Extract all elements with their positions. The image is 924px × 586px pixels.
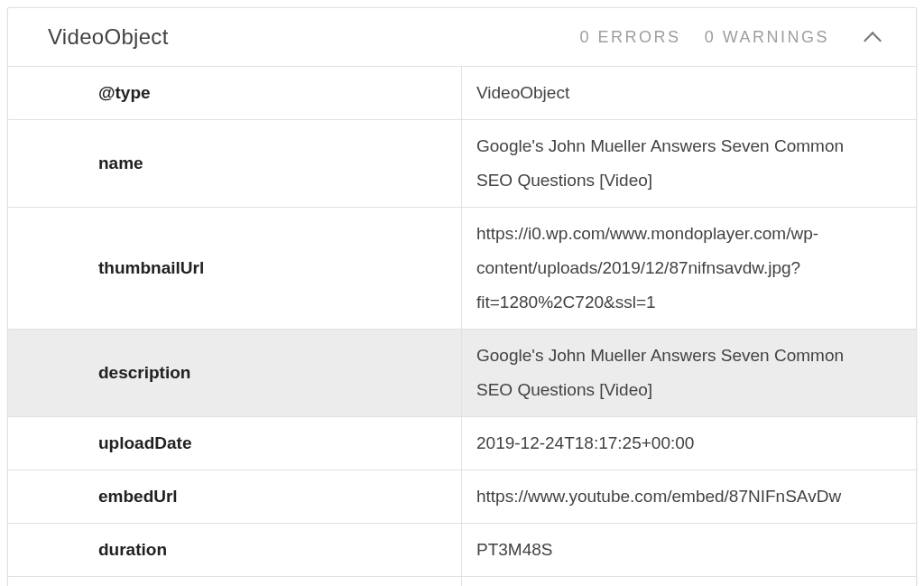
warnings-count: 0 <box>705 28 716 46</box>
table-row[interactable]: isFamilyFriendlyhttp://schema.org/True <box>8 577 916 586</box>
errors-label: ERRORS <box>598 28 681 46</box>
table-row[interactable]: uploadDate2019-12-24T18:17:25+00:00 <box>8 417 916 470</box>
table-row[interactable]: descriptionGoogle's John Mueller Answers… <box>8 330 916 417</box>
table-row[interactable]: @typeVideoObject <box>8 67 916 120</box>
errors-count: 0 <box>580 28 592 46</box>
property-key: embedUrl <box>8 470 462 523</box>
table-row[interactable]: nameGoogle's John Mueller Answers Seven … <box>8 120 916 208</box>
warnings-label: WARNINGS <box>723 28 829 46</box>
property-key: @type <box>8 67 462 119</box>
property-key: duration <box>8 524 462 576</box>
warnings-stat: 0 WARNINGS <box>705 28 829 47</box>
property-value: https://www.youtube.com/embed/87NIFnSAvD… <box>462 470 916 523</box>
property-value: Google's John Mueller Answers Seven Comm… <box>462 330 916 416</box>
chevron-up-icon[interactable] <box>864 28 882 46</box>
property-value: Google's John Mueller Answers Seven Comm… <box>462 120 916 207</box>
structured-data-panel: VideoObject 0 ERRORS 0 WARNINGS @typeVid… <box>7 7 917 586</box>
property-value: PT3M48S <box>462 524 916 576</box>
property-value: 2019-12-24T18:17:25+00:00 <box>462 417 916 470</box>
property-key: thumbnailUrl <box>8 208 462 329</box>
errors-stat: 0 ERRORS <box>580 28 681 47</box>
properties-table: @typeVideoObjectnameGoogle's John Muelle… <box>8 67 916 586</box>
property-key: uploadDate <box>8 417 462 470</box>
panel-stats: 0 ERRORS 0 WARNINGS <box>580 28 829 47</box>
property-key: isFamilyFriendly <box>8 577 462 586</box>
table-row[interactable]: durationPT3M48S <box>8 524 916 577</box>
panel-header[interactable]: VideoObject 0 ERRORS 0 WARNINGS <box>8 8 916 67</box>
table-row[interactable]: embedUrlhttps://www.youtube.com/embed/87… <box>8 470 916 524</box>
panel-title: VideoObject <box>48 24 580 50</box>
property-value: VideoObject <box>462 67 916 119</box>
table-row[interactable]: thumbnailUrlhttps://i0.wp.com/www.mondop… <box>8 208 916 330</box>
property-value: http://schema.org/True <box>462 577 916 586</box>
property-key: description <box>8 330 462 416</box>
property-value: https://i0.wp.com/www.mondoplayer.com/wp… <box>462 208 916 329</box>
property-key: name <box>8 120 462 207</box>
